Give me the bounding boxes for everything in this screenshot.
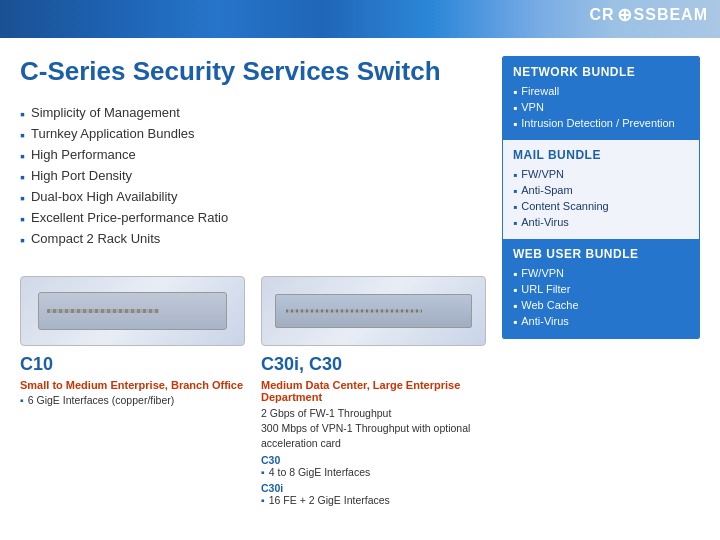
bundle-item: ▪Anti-Spam	[513, 183, 689, 199]
main-content: C-Series Security Services Switch ▪Simpl…	[0, 38, 720, 540]
mail-bundle-header: MAIL BUNDLE	[513, 148, 689, 162]
logo-icon: ⊕	[617, 4, 632, 26]
feature-item: ▪Dual-box High Availability	[20, 187, 486, 208]
bundle-item-text: Anti-Spam	[521, 184, 572, 196]
device-c10-bullet: ▪	[20, 394, 24, 406]
network-bundle-items: ▪Firewall▪VPN▪Intrusion Detection / Prev…	[513, 84, 689, 132]
device-c30-sub-text: 4 to 8 GigE Interfaces	[269, 466, 371, 478]
bundle-item-bullet: ▪	[513, 299, 517, 313]
feature-bullet: ▪	[20, 169, 25, 185]
mail-bundle-items: ▪FW/VPN▪Anti-Spam▪Content Scanning▪Anti-…	[513, 167, 689, 231]
device-c30i-sub-item: ▪ 16 FE + 2 GigE Interfaces	[261, 494, 486, 506]
bundle-item-bullet: ▪	[513, 117, 517, 131]
left-panel: C-Series Security Services Switch ▪Simpl…	[20, 56, 486, 530]
device-c30-box	[275, 294, 471, 328]
bundle-item: ▪FW/VPN	[513, 167, 689, 183]
mail-bundle-section: MAIL BUNDLE ▪FW/VPN▪Anti-Spam▪Content Sc…	[503, 140, 699, 239]
bundle-item-text: Content Scanning	[521, 200, 608, 212]
feature-item: ▪High Performance	[20, 145, 486, 166]
bundle-item-text: Intrusion Detection / Prevention	[521, 117, 674, 129]
crossbeam-logo: CR ⊕ SSBEAM	[589, 4, 708, 26]
device-c30-desc-title: Medium Data Center, Large Enterprise Dep…	[261, 379, 486, 403]
feature-text: Simplicity of Management	[31, 105, 180, 120]
bundle-item-text: FW/VPN	[521, 168, 564, 180]
device-c30-image	[261, 276, 486, 346]
device-c10-box	[38, 292, 228, 329]
bundle-item-bullet: ▪	[513, 168, 517, 182]
logo-tagline: S Y S T E M S	[624, 27, 708, 34]
device-c30: C30i, C30 Medium Data Center, Large Ente…	[261, 276, 486, 530]
device-c10-desc-title: Small to Medium Enterprise, Branch Offic…	[20, 379, 245, 391]
web-bundle-section: WEB USER BUNDLE ▪FW/VPN▪URL Filter▪Web C…	[503, 239, 699, 338]
bundle-item-text: URL Filter	[521, 283, 570, 295]
device-c30i-bullet: ▪	[261, 494, 265, 506]
device-c10-sub-text: 6 GigE Interfaces (copper/fiber)	[28, 394, 174, 406]
device-c10: C10 Small to Medium Enterprise, Branch O…	[20, 276, 245, 530]
bundle-item-text: VPN	[521, 101, 544, 113]
feature-text: High Performance	[31, 147, 136, 162]
device-c10-name: C10	[20, 354, 245, 375]
top-banner: CR ⊕ SSBEAM S Y S T E M S	[0, 0, 720, 38]
bundle-item-bullet: ▪	[513, 267, 517, 281]
bundle-item: ▪Content Scanning	[513, 199, 689, 215]
feature-bullet: ▪	[20, 190, 25, 206]
web-bundle-items: ▪FW/VPN▪URL Filter▪Web Cache▪Anti-Virus	[513, 266, 689, 330]
feature-list: ▪Simplicity of Management▪Turnkey Applic…	[20, 103, 486, 250]
feature-bullet: ▪	[20, 106, 25, 122]
logo-text2: SSBEAM	[634, 6, 708, 24]
device-c10-image	[20, 276, 245, 346]
bundle-item-text: Anti-Virus	[521, 216, 568, 228]
device-section: C10 Small to Medium Enterprise, Branch O…	[20, 276, 486, 530]
bundle-item-text: Firewall	[521, 85, 559, 97]
feature-bullet: ▪	[20, 148, 25, 164]
feature-item: ▪Turnkey Application Bundles	[20, 124, 486, 145]
bundle-item-bullet: ▪	[513, 85, 517, 99]
feature-text: Turnkey Application Bundles	[31, 126, 195, 141]
device-c30-sub-item: ▪ 4 to 8 GigE Interfaces	[261, 466, 486, 478]
device-c30-bullet: ▪	[261, 466, 265, 478]
network-bundle-section: NETWORK BUNDLE ▪Firewall▪VPN▪Intrusion D…	[503, 57, 699, 140]
feature-bullet: ▪	[20, 232, 25, 248]
device-c30-name: C30i, C30	[261, 354, 486, 375]
feature-bullet: ▪	[20, 211, 25, 227]
device-c30i-sub-text: 16 FE + 2 GigE Interfaces	[269, 494, 390, 506]
feature-item: ▪Excellent Price-performance Ratio	[20, 208, 486, 229]
bundle-item-text: Web Cache	[521, 299, 578, 311]
bundle-item-bullet: ▪	[513, 315, 517, 329]
feature-text: Dual-box High Availability	[31, 189, 177, 204]
bundle-item-text: Anti-Virus	[521, 315, 568, 327]
feature-item: ▪Compact 2 Rack Units	[20, 229, 486, 250]
feature-text: High Port Density	[31, 168, 132, 183]
logo-area: CR ⊕ SSBEAM S Y S T E M S	[589, 4, 708, 26]
bundle-item: ▪Web Cache	[513, 298, 689, 314]
bundle-item-bullet: ▪	[513, 200, 517, 214]
bundle-item: ▪Firewall	[513, 84, 689, 100]
bundle-item: ▪FW/VPN	[513, 266, 689, 282]
bundle-item-bullet: ▪	[513, 101, 517, 115]
device-c30-sub-header: C30	[261, 454, 486, 466]
bundle-item-bullet: ▪	[513, 216, 517, 230]
device-c10-sub-item: ▪ 6 GigE Interfaces (copper/fiber)	[20, 394, 245, 406]
feature-item: ▪High Port Density	[20, 166, 486, 187]
device-c30-desc2: 300 Mbps of VPN-1 Throughput with option…	[261, 421, 486, 450]
device-c30-desc1: 2 Gbps of FW-1 Throughput	[261, 406, 486, 421]
bundle-item: ▪VPN	[513, 100, 689, 116]
bundle-item-text: FW/VPN	[521, 267, 564, 279]
bundle-item: ▪Anti-Virus	[513, 215, 689, 231]
bundle-item: ▪Anti-Virus	[513, 314, 689, 330]
feature-text: Excellent Price-performance Ratio	[31, 210, 228, 225]
feature-bullet: ▪	[20, 127, 25, 143]
device-c30i-sub-header: C30i	[261, 482, 486, 494]
bundle-item: ▪URL Filter	[513, 282, 689, 298]
network-bundle-header: NETWORK BUNDLE	[513, 65, 689, 79]
right-panel: NETWORK BUNDLE ▪Firewall▪VPN▪Intrusion D…	[502, 56, 700, 339]
bundle-item-bullet: ▪	[513, 184, 517, 198]
logo-text: CR	[589, 6, 614, 24]
bundle-item-bullet: ▪	[513, 283, 517, 297]
bundle-item: ▪Intrusion Detection / Prevention	[513, 116, 689, 132]
web-bundle-header: WEB USER BUNDLE	[513, 247, 689, 261]
feature-text: Compact 2 Rack Units	[31, 231, 160, 246]
feature-item: ▪Simplicity of Management	[20, 103, 486, 124]
page-title: C-Series Security Services Switch	[20, 56, 486, 87]
